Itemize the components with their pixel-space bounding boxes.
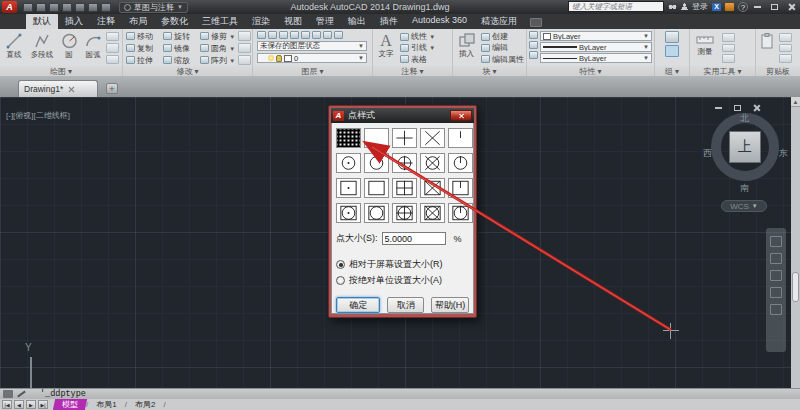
offset-tool-icon[interactable] (238, 55, 251, 65)
layer-unlock-icon[interactable] (276, 55, 282, 62)
panel-label-modify[interactable]: 修改 ▾ (123, 66, 252, 76)
layer-state-dropdown[interactable]: 未保存的图层状态 ▼ (257, 41, 367, 51)
layer-properties-icon[interactable] (257, 31, 266, 39)
scroll-up-icon[interactable]: ▲ (791, 97, 800, 107)
annotation-button-3[interactable]: 表格 (400, 54, 435, 65)
layer-thaw-sun-icon[interactable] (268, 55, 274, 61)
point-style-circle-tick[interactable] (448, 153, 473, 173)
plot-icon[interactable] (75, 3, 85, 12)
undo-icon[interactable] (88, 3, 98, 12)
ok-button[interactable]: 确定 (336, 297, 380, 313)
layer-isolate-icon[interactable] (279, 31, 288, 39)
full-nav-wheel-icon[interactable] (770, 236, 782, 247)
search-icon[interactable] (668, 3, 677, 10)
panel-label-group[interactable]: 组 ▾ (655, 66, 689, 76)
point-style-cross[interactable] (420, 128, 445, 148)
circle-button[interactable]: 圆 (58, 30, 80, 65)
insert-block-button[interactable]: 插入 (455, 30, 478, 65)
new-file-icon[interactable] (23, 3, 33, 12)
paste-button[interactable] (758, 31, 776, 64)
help-button[interactable]: 帮助(H) (431, 297, 469, 313)
ribbon-tab-10[interactable]: 输出 (341, 13, 373, 29)
open-file-icon[interactable] (36, 3, 46, 12)
pan-icon[interactable] (770, 253, 782, 264)
ribbon-tab-13[interactable]: 精选应用 (474, 13, 524, 29)
exchange-apps-icon[interactable]: X (712, 3, 721, 11)
layer-on-bulb-icon[interactable] (260, 55, 266, 61)
group-icon[interactable] (665, 31, 679, 43)
layout-tab-布局1[interactable]: 布局1 (88, 399, 124, 410)
lineweight-dropdown[interactable]: ByLayer▼ (540, 42, 652, 52)
panel-label-draw[interactable]: 绘图 ▾ (0, 66, 122, 76)
sign-in-link[interactable]: 登录 (692, 1, 708, 12)
block-button-2[interactable]: 编辑 (481, 42, 524, 53)
panel-label-utilities[interactable]: 实用工具 ▾ (690, 66, 755, 76)
point-style-circle[interactable] (364, 153, 389, 173)
ribbon-tab-6[interactable]: 三维工具 (195, 13, 245, 29)
ribbon-tab-7[interactable]: 渲染 (245, 13, 277, 29)
point-style-circle-dot[interactable] (336, 153, 361, 173)
polyline-button[interactable]: 多段线 (28, 30, 56, 65)
dialog-close-button[interactable] (450, 110, 472, 121)
ungroup-icon[interactable] (665, 45, 679, 57)
close-button[interactable] (784, 1, 798, 12)
ribbon-display-toggle-icon[interactable] (530, 18, 542, 27)
radio-relative-to-screen[interactable]: 相对于屏幕设置大小(R) (336, 258, 469, 271)
layer-select-dropdown[interactable]: 0 ▼ (257, 53, 367, 63)
modify-button-6[interactable]: 圆角 ▼ (200, 42, 237, 54)
point-style-square-circle-dot[interactable] (336, 203, 361, 223)
linetype-list-icon[interactable] (529, 51, 538, 59)
linetype-dropdown[interactable]: ByLayer▼ (540, 53, 652, 63)
viewcube-north[interactable]: 北 (740, 112, 749, 125)
quick-calc-icon[interactable] (722, 44, 735, 53)
showmotion-icon[interactable] (770, 304, 782, 315)
command-line-bar[interactable]: '_ddptype (0, 388, 800, 399)
point-style-square-circle-tick[interactable] (448, 203, 473, 223)
viewcube-west[interactable]: 西 (703, 147, 712, 160)
save-as-icon[interactable] (62, 3, 72, 12)
copy-clip-icon[interactable] (779, 44, 792, 53)
modify-button-4[interactable]: 复制 (126, 42, 163, 54)
ribbon-tab-9[interactable]: 管理 (309, 13, 341, 29)
modify-button-7[interactable]: 拉伸 (126, 54, 163, 66)
new-drawing-tab-button[interactable]: + (106, 83, 118, 94)
modify-button-3[interactable]: 修剪 ▼ (200, 30, 237, 42)
help-search-input[interactable] (568, 1, 664, 12)
dialog-title-bar[interactable]: A 点样式 (331, 108, 474, 123)
workspace-dropdown[interactable]: 草图与注释 ▼ (119, 2, 188, 13)
layout-tab-布局2[interactable]: 布局2 (127, 399, 163, 410)
drawing-minimize-button[interactable] (712, 103, 724, 113)
viewcube-east[interactable]: 东 (779, 147, 788, 160)
hatch-tool-icon[interactable] (106, 55, 119, 64)
annotation-button-2[interactable]: 引线 ▼ (400, 42, 435, 53)
quick-select-icon[interactable] (722, 33, 735, 42)
ribbon-tab-12[interactable]: Autodesk 360 (405, 13, 474, 29)
ribbon-tab-2[interactable]: 插入 (58, 13, 90, 29)
cut-icon[interactable] (779, 33, 792, 42)
block-button-1[interactable]: 创建 (481, 31, 524, 42)
notification-icon[interactable] (725, 3, 734, 11)
modify-button-5[interactable]: 镜像 (163, 42, 200, 54)
vertical-scrollbar[interactable]: ▲ (791, 97, 800, 388)
command-wrench-icon[interactable] (17, 391, 26, 398)
ribbon-tab-4[interactable]: 布局 (122, 13, 154, 29)
viewcube-south[interactable]: 南 (740, 182, 749, 195)
layout-nav-4-button[interactable]: ▶| (38, 400, 48, 409)
radio-absolute-units[interactable]: 按绝对单位设置大小(A) (336, 274, 469, 287)
layer-color-swatch[interactable] (284, 55, 292, 62)
measure-button[interactable]: 测量 (692, 31, 718, 64)
point-style-square-dot[interactable] (336, 178, 361, 198)
layout-tab-模型[interactable]: 模型 (53, 399, 87, 410)
save-icon[interactable] (49, 3, 59, 12)
point-style-square-tick[interactable] (448, 178, 473, 198)
radio-icon[interactable] (336, 276, 345, 285)
layer-off-icon[interactable] (268, 31, 277, 39)
point-size-input[interactable] (382, 232, 446, 245)
point-style-square-cross[interactable] (420, 178, 445, 198)
orbit-icon[interactable] (770, 287, 782, 298)
ribbon-tab-8[interactable]: 视图 (277, 13, 309, 29)
redo-icon[interactable] (101, 3, 111, 12)
point-style-square-circle-plus[interactable] (392, 203, 417, 223)
viewport-controls-label[interactable]: [-][俯视][二维线框] (6, 110, 70, 121)
rectangle-tool-icon[interactable] (106, 32, 119, 41)
